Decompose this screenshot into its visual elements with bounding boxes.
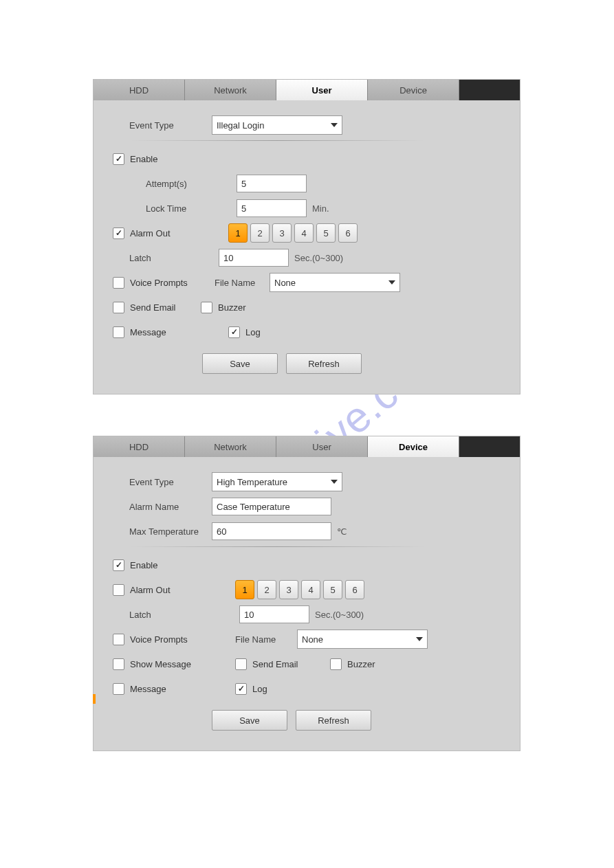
latch-unit: Sec.(0~300) xyxy=(315,610,364,620)
latch-label: Latch xyxy=(113,610,239,620)
panel-device: HDD Network User Device Event Type High … xyxy=(93,436,520,751)
voice-prompts-label: Voice Prompts xyxy=(130,634,188,645)
message-checkbox[interactable] xyxy=(113,326,124,338)
tab-user[interactable]: User xyxy=(276,436,368,457)
latch-input[interactable]: 10 xyxy=(239,605,309,623)
latch-unit: Sec.(0~300) xyxy=(294,253,343,263)
send-email-checkbox[interactable] xyxy=(113,302,124,313)
file-name-select[interactable]: None xyxy=(297,630,428,649)
caret-down-icon xyxy=(388,280,395,285)
buzzer-label: Buzzer xyxy=(218,302,245,313)
log-label: Log xyxy=(252,684,267,694)
sidebar-indicator xyxy=(93,694,96,704)
voice-prompts-checkbox[interactable] xyxy=(113,634,124,645)
file-name-select[interactable]: None xyxy=(270,273,400,292)
alarm-channel-5[interactable]: 5 xyxy=(316,223,336,243)
file-name-value: None xyxy=(302,634,323,645)
tab-spacer xyxy=(459,80,520,100)
alarm-channel-3[interactable]: 3 xyxy=(279,580,298,599)
max-temp-input[interactable]: 60 xyxy=(212,522,331,540)
alarm-name-input[interactable]: Case Temperature xyxy=(212,498,331,515)
alarm-channel-2[interactable]: 2 xyxy=(250,223,270,243)
alarm-name-label: Alarm Name xyxy=(129,502,212,512)
alarm-channel-5[interactable]: 5 xyxy=(323,580,342,599)
enable-label: Enable xyxy=(130,560,157,570)
enable-checkbox[interactable] xyxy=(113,559,124,571)
caret-down-icon xyxy=(416,637,423,641)
message-checkbox[interactable] xyxy=(113,683,124,695)
attempts-label: Attempt(s) xyxy=(113,179,235,189)
alarm-channel-1[interactable]: 1 xyxy=(228,223,248,243)
divider xyxy=(129,140,425,141)
log-label: Log xyxy=(245,327,261,337)
alarm-channel-2[interactable]: 2 xyxy=(257,580,276,599)
attempts-input[interactable]: 5 xyxy=(237,175,307,192)
tab-device[interactable]: Device xyxy=(368,436,459,457)
panel-user: HDD Network User Device Event Type Illeg… xyxy=(93,79,520,394)
tab-network[interactable]: Network xyxy=(185,436,276,457)
enable-label: Enable xyxy=(130,154,157,164)
event-type-value: Illegal Login xyxy=(217,120,264,131)
caret-down-icon xyxy=(331,480,338,484)
tab-user[interactable]: User xyxy=(276,80,368,100)
latch-label: Latch xyxy=(113,253,219,263)
max-temp-unit: ℃ xyxy=(337,526,347,537)
voice-prompts-label: Voice Prompts xyxy=(130,278,188,288)
send-email-label: Send Email xyxy=(252,659,298,669)
send-email-label: Send Email xyxy=(130,302,175,313)
alarm-out-label: Alarm Out xyxy=(130,228,171,238)
voice-prompts-checkbox[interactable] xyxy=(113,277,124,289)
alarm-out-checkbox[interactable] xyxy=(113,227,124,239)
event-type-select[interactable]: Illegal Login xyxy=(212,115,342,135)
divider xyxy=(129,546,425,547)
caret-down-icon xyxy=(331,123,338,127)
buzzer-checkbox[interactable] xyxy=(201,302,212,313)
event-type-label: Event Type xyxy=(129,477,212,487)
show-message-label: Show Message xyxy=(130,659,191,669)
log-checkbox[interactable] xyxy=(235,683,247,695)
refresh-button[interactable]: Refresh xyxy=(296,710,371,731)
message-label: Message xyxy=(130,684,166,694)
enable-checkbox[interactable] xyxy=(113,153,124,165)
alarm-channel-6[interactable]: 6 xyxy=(345,580,364,599)
lock-time-label: Lock Time xyxy=(113,203,235,214)
alarm-channel-1[interactable]: 1 xyxy=(235,580,254,599)
buzzer-label: Buzzer xyxy=(347,659,375,669)
message-label: Message xyxy=(130,327,166,337)
latch-input[interactable]: 10 xyxy=(219,249,289,267)
buzzer-checkbox[interactable] xyxy=(330,658,342,670)
file-name-value: None xyxy=(274,278,296,288)
alarm-channel-3[interactable]: 3 xyxy=(272,223,292,243)
event-type-label: Event Type xyxy=(129,120,212,131)
tab-device[interactable]: Device xyxy=(368,80,459,100)
show-message-checkbox[interactable] xyxy=(113,658,124,670)
save-button[interactable]: Save xyxy=(202,353,278,374)
tab-bar: HDD Network User Device xyxy=(94,436,520,457)
refresh-button[interactable]: Refresh xyxy=(286,353,362,374)
tab-network[interactable]: Network xyxy=(185,80,276,100)
send-email-checkbox[interactable] xyxy=(235,658,247,670)
alarm-out-label: Alarm Out xyxy=(130,585,171,595)
save-button[interactable]: Save xyxy=(212,710,287,731)
file-name-label: File Name xyxy=(235,634,297,645)
tab-bar: HDD Network User Device xyxy=(94,80,520,100)
event-type-select[interactable]: High Temperature xyxy=(212,472,342,491)
alarm-channel-6[interactable]: 6 xyxy=(338,223,358,243)
alarm-channel-4[interactable]: 4 xyxy=(294,223,314,243)
tab-spacer xyxy=(459,436,520,457)
lock-time-input[interactable]: 5 xyxy=(237,199,307,217)
tab-hdd[interactable]: HDD xyxy=(94,436,185,457)
log-checkbox[interactable] xyxy=(228,326,240,338)
event-type-value: High Temperature xyxy=(217,477,287,487)
tab-hdd[interactable]: HDD xyxy=(94,80,185,100)
max-temp-label: Max Temperature xyxy=(129,526,212,537)
alarm-channel-4[interactable]: 4 xyxy=(301,580,320,599)
file-name-label: File Name xyxy=(215,278,270,288)
lock-time-unit: Min. xyxy=(312,203,329,214)
alarm-out-checkbox[interactable] xyxy=(113,584,124,596)
